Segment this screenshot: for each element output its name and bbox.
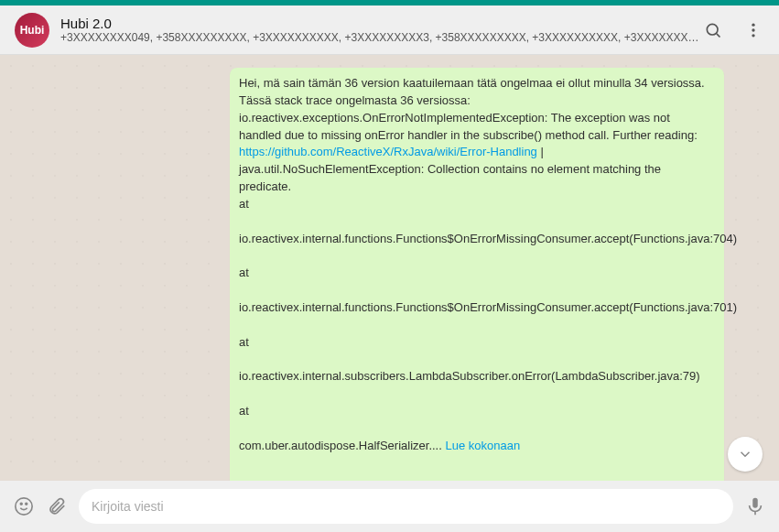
composer [0,481,779,532]
message-input-wrap [79,489,733,524]
svg-point-0 [707,24,718,35]
message-link[interactable]: https://github.com/ReactiveX/RxJava/wiki… [239,145,537,158]
svg-point-7 [26,503,27,505]
chat-participants: +3XXXXXXXX049, +358XXXXXXXXX, +3XXXXXXXX… [60,31,702,44]
svg-point-2 [752,23,754,26]
message-text-intro: Hei, mä sain tämän 36 version kaatuilema… [239,76,708,142]
scroll-down-button[interactable] [728,437,763,472]
svg-line-1 [717,33,720,37]
outgoing-message[interactable]: Hei, mä sain tämän 36 version kaatuilema… [230,68,724,481]
attach-icon[interactable] [46,495,68,517]
svg-point-4 [752,34,754,37]
svg-point-5 [16,498,32,515]
message-text-rest: | java.util.NoSuchElementException: Coll… [239,145,737,451]
svg-point-3 [752,28,754,31]
chat-area[interactable]: Hei, mä sain tämän 36 version kaatuilema… [0,55,779,481]
svg-point-6 [20,503,22,505]
menu-icon[interactable] [742,19,764,41]
check-icon: ✓ [709,478,717,481]
search-icon[interactable] [702,19,724,41]
mic-icon[interactable] [744,495,766,517]
emoji-icon[interactable] [13,495,35,517]
message-input[interactable] [92,499,720,514]
chat-header-info[interactable]: Hubi 2.0 +3XXXXXXXX049, +358XXXXXXXXX, +… [60,16,702,44]
chat-title: Hubi 2.0 [60,16,702,31]
message-meta: 9.00 ✓ [688,478,717,481]
read-more-link[interactable]: Lue kokonaan [445,439,520,452]
avatar[interactable]: Hubi [15,13,49,48]
message-time: 9.00 [688,479,706,481]
chat-header: Hubi Hubi 2.0 +3XXXXXXXX049, +358XXXXXXX… [0,5,779,55]
